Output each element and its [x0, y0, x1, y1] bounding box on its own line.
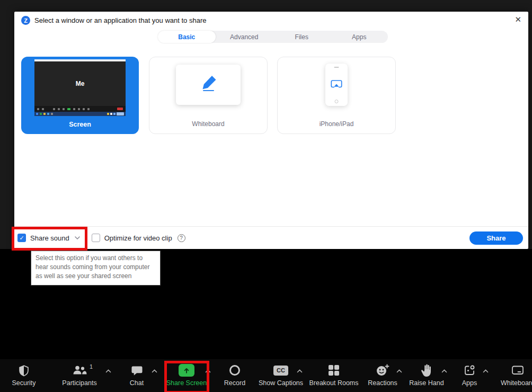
highlight-share-screen: [164, 361, 209, 392]
raise-hand-chevron-up-icon[interactable]: [441, 369, 447, 373]
captions-chevron-up-icon[interactable]: [297, 369, 303, 373]
screen-thumbnail: Me: [34, 59, 126, 116]
share-button[interactable]: Share: [469, 231, 523, 245]
dialog-title: Select a window or an application that y…: [34, 16, 206, 24]
thumbnail-mini-toolbar: [34, 106, 126, 112]
closed-captions-icon: CC: [273, 363, 288, 377]
iphone-tile-label: iPhone/iPad: [278, 120, 395, 128]
reactions-chevron-up-icon[interactable]: [396, 369, 402, 373]
optimize-video-checkbox[interactable]: [92, 234, 100, 242]
screen-thumbnail-name: Me: [34, 61, 126, 106]
share-option-iphone-ipad[interactable]: iPhone/iPad: [277, 57, 396, 134]
close-icon[interactable]: ✕: [515, 15, 521, 24]
apps-chevron-up-icon[interactable]: [483, 369, 489, 373]
share-option-screen[interactable]: Me Screen: [21, 57, 139, 134]
share-dialog: Z Select a window or an application that…: [14, 12, 528, 249]
share-sound-tooltip: Select this option if you want others to…: [31, 251, 161, 286]
toolbar-item-whiteboard[interactable]: Whiteboard: [478, 363, 532, 387]
participants-icon: 1: [72, 363, 87, 377]
tab-files[interactable]: Files: [273, 31, 331, 43]
share-option-whiteboard[interactable]: Whiteboard: [149, 57, 268, 134]
highlight-share-sound: [12, 227, 87, 251]
pencil-icon: [197, 73, 220, 96]
zoom-logo-icon: Z: [21, 16, 30, 25]
meeting-toolbar: Security 1 Participants Chat: [0, 359, 532, 392]
participants-count-badge: 1: [90, 363, 93, 370]
chat-chevron-up-icon[interactable]: [152, 369, 157, 373]
dialog-footer: ✓ Share sound Optimize for video clip ? …: [14, 226, 528, 249]
share-tabs: Basic Advanced Files Apps: [158, 31, 388, 43]
screen-mirroring-icon: [330, 79, 343, 91]
chat-bubble-icon: [131, 363, 143, 377]
thumbnail-taskbar: [34, 112, 126, 116]
breakout-rooms-icon: [329, 363, 339, 377]
apps-icon: [464, 363, 475, 377]
tab-apps[interactable]: Apps: [331, 31, 388, 43]
help-icon[interactable]: ?: [178, 234, 185, 242]
tab-basic[interactable]: Basic: [158, 31, 216, 43]
tab-advanced[interactable]: Advanced: [216, 31, 273, 43]
optimize-video-label: Optimize for video clip: [104, 234, 172, 242]
phone-shape: [325, 64, 348, 106]
participants-chevron-up-icon[interactable]: [105, 369, 111, 373]
whiteboard-card: [176, 65, 241, 105]
whiteboard-tile-label: Whiteboard: [149, 120, 267, 128]
screen-tile-label: Screen: [21, 121, 139, 128]
dialog-header: Z Select a window or an application that…: [21, 16, 206, 25]
shield-icon: [19, 363, 29, 377]
whiteboard-icon: [511, 363, 524, 377]
record-icon: [229, 363, 240, 377]
